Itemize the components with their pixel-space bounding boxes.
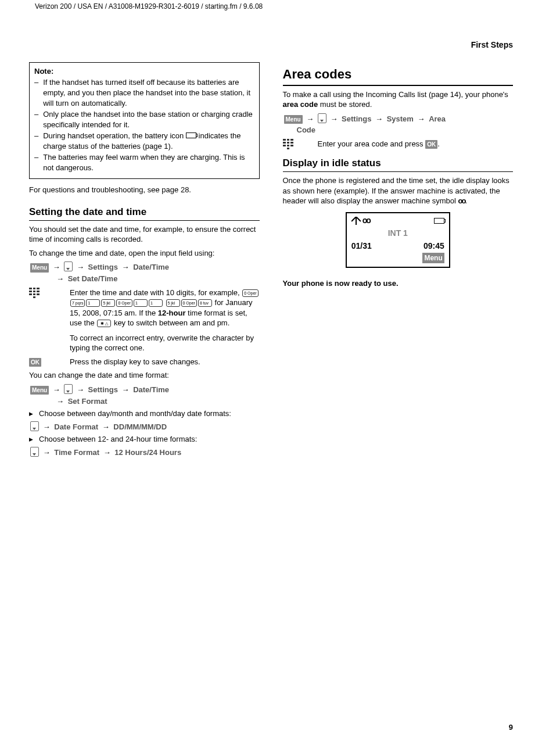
- key-1: 1: [86, 299, 100, 307]
- svg-rect-4: [33, 291, 35, 292]
- doc-header-path: Verizon 200 / USA EN / A31008-M1929-R301…: [29, 0, 513, 25]
- note-item: Only place the handset into the base sta…: [34, 109, 254, 130]
- svg-rect-19: [287, 148, 289, 149]
- arrow-icon: →: [56, 397, 64, 406]
- troubleshoot-text: For questions and troubleshooting, see p…: [29, 185, 260, 195]
- nav-down-icon[interactable]: [318, 113, 326, 123]
- heading-set-date-time: Setting the date and time: [29, 206, 260, 221]
- heading-area-codes: Area codes: [283, 66, 514, 86]
- svg-rect-1: [33, 288, 35, 289]
- key-0: 0 Oper: [242, 289, 258, 297]
- path-settings: Settings: [342, 114, 371, 123]
- correct-entry-text: To correct an incorrect entry, overwrite…: [70, 333, 260, 353]
- key-5: 5 jkl: [101, 299, 115, 307]
- svg-rect-12: [290, 139, 293, 141]
- svg-rect-13: [283, 142, 286, 144]
- heading-idle-display: Display in idle status: [283, 157, 514, 172]
- note-box: Note: If the handset has turned itself o…: [29, 62, 260, 179]
- menu-softkey[interactable]: Menu: [284, 115, 303, 124]
- press-ok-text: Press the display key to save changes.: [70, 357, 260, 367]
- choose-date-text: Choose between day/month and month/day d…: [29, 409, 260, 419]
- key-star: ✱ △: [97, 320, 111, 327]
- menu-softkey[interactable]: Menu: [30, 386, 49, 395]
- area-intro: To make a call using the Incoming Calls …: [283, 89, 514, 110]
- ok-softkey[interactable]: OK: [425, 140, 437, 149]
- menu-path-set-date-cont: → Set Date/Time: [29, 274, 260, 284]
- arrow-icon: →: [330, 114, 338, 123]
- svg-rect-15: [290, 142, 293, 144]
- arrow-icon: →: [53, 263, 60, 271]
- menu-softkey[interactable]: Menu: [30, 263, 49, 273]
- display-int-label: INT 1: [351, 228, 444, 239]
- date-format-path: → Date Format → DD/MM/MM/DD: [29, 421, 260, 432]
- path-datetime: Date/Time: [133, 263, 169, 271]
- arrow-icon: →: [77, 263, 84, 271]
- answering-machine-icon: oo: [458, 196, 465, 206]
- nav-down-icon[interactable]: [30, 421, 39, 431]
- battery-icon: [186, 132, 196, 138]
- key-7: 7 pqrs: [70, 299, 85, 307]
- path-datetime: Date/Time: [133, 385, 169, 394]
- svg-rect-8: [37, 293, 40, 295]
- arrow-icon: →: [53, 385, 60, 394]
- menu-path-area-code: Menu → → Settings → System → Area: [283, 113, 514, 124]
- key-5: 5 jkl: [166, 299, 180, 307]
- note-item: During handset operation, the battery ic…: [34, 131, 254, 151]
- battery-icon: [434, 218, 444, 224]
- left-column: Note: If the handset has turned itself o…: [29, 62, 260, 458]
- note-item: The batteries may feel warm when they ar…: [34, 152, 254, 173]
- answering-machine-icon: oo: [362, 215, 370, 226]
- svg-rect-18: [290, 145, 293, 146]
- arrow-icon: →: [103, 448, 111, 457]
- svg-rect-7: [33, 293, 35, 295]
- time-format-path: → Time Format → 12 Hours/24 Hours: [29, 447, 260, 458]
- keypad-icon: [29, 288, 40, 298]
- svg-rect-6: [29, 293, 32, 295]
- right-column: Area codes To make a call using the Inco…: [283, 62, 514, 458]
- enter-time-text: Enter the time and date with 10 digits, …: [70, 288, 260, 353]
- svg-rect-0: [29, 288, 32, 289]
- change-format-text: You can change the date and time format:: [29, 370, 260, 381]
- arrow-icon: →: [375, 114, 383, 123]
- svg-rect-10: [283, 139, 286, 141]
- key-0: 0 Oper: [181, 299, 197, 307]
- arrow-icon: →: [418, 114, 425, 123]
- ready-text: Your phone is now ready to use.: [283, 278, 514, 289]
- arrow-icon: →: [43, 448, 51, 457]
- svg-rect-17: [287, 145, 289, 146]
- arrow-icon: →: [56, 274, 64, 283]
- path-set-date-time: Set Date/Time: [68, 274, 118, 283]
- section-label: First Steps: [29, 40, 513, 51]
- path-settings: Settings: [88, 263, 118, 271]
- note-title: Note:: [34, 66, 254, 77]
- keypad-icon: [283, 139, 293, 149]
- path-area: Area: [429, 114, 446, 123]
- display-menu-softkey[interactable]: Menu: [422, 253, 444, 263]
- menu-path-set-date: Menu → → Settings → Date/Time: [29, 261, 260, 273]
- arrow-icon: →: [77, 385, 84, 394]
- instruction-enter-time: Enter the time and date with 10 digits, …: [29, 288, 260, 353]
- choose-time-text: Choose between 12- and 24-hour time form…: [29, 434, 260, 445]
- menu-path-set-format-cont: → Set Format: [29, 396, 260, 407]
- arrow-icon: →: [306, 114, 314, 123]
- datetime-change: To change the time and date, open the in…: [29, 248, 260, 259]
- signal-icon: oo: [351, 215, 370, 226]
- display-time: 09:45: [423, 241, 444, 250]
- svg-rect-11: [287, 139, 289, 141]
- path-set-format: Set Format: [68, 397, 107, 406]
- arrow-icon: →: [43, 422, 51, 431]
- svg-rect-5: [37, 291, 40, 292]
- path-date-format: Date Format: [54, 422, 98, 431]
- arrow-icon: →: [122, 385, 130, 394]
- enter-area-text: Enter your area code and press OK.: [318, 139, 514, 151]
- page-number: 9: [509, 722, 513, 733]
- menu-path-set-format: Menu → → Settings → Date/Time: [29, 384, 260, 395]
- nav-down-icon[interactable]: [64, 261, 73, 271]
- svg-rect-14: [287, 142, 289, 144]
- ok-softkey[interactable]: OK: [29, 358, 41, 367]
- path-date-format-vals: DD/MM/MM/DD: [113, 422, 167, 431]
- nav-down-icon[interactable]: [30, 447, 39, 457]
- svg-rect-9: [33, 296, 35, 298]
- key-1: 1: [134, 299, 148, 307]
- nav-down-icon[interactable]: [64, 384, 73, 394]
